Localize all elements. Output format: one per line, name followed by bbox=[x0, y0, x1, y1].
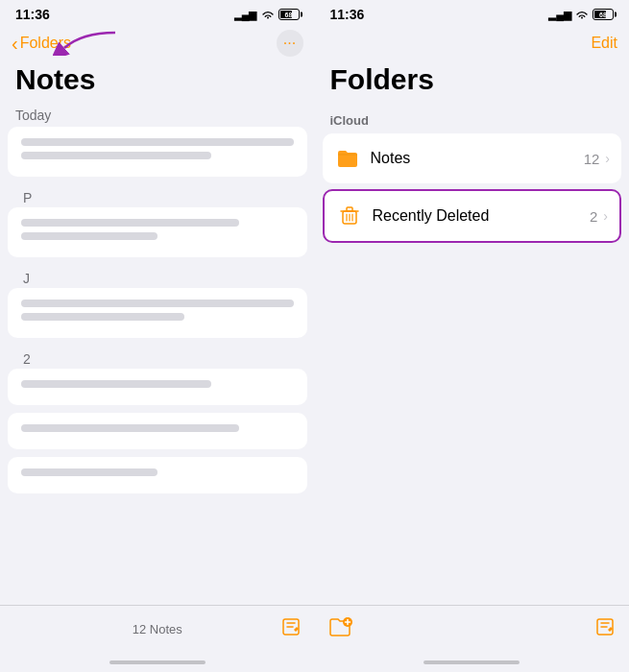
note-item-p[interactable] bbox=[8, 207, 307, 257]
folder-notes-icon bbox=[334, 145, 361, 172]
compose-button-right[interactable] bbox=[594, 616, 616, 642]
status-icons-left: ▂▄▆ 68 bbox=[234, 9, 300, 21]
compose-button-left[interactable] bbox=[280, 616, 302, 642]
folder-item-recently-deleted[interactable]: Recently Deleted 2 › bbox=[323, 189, 622, 243]
page-title-right: Folders bbox=[315, 61, 630, 100]
status-bar-left: 11:36 ▂▄▆ 68 bbox=[0, 0, 315, 27]
folder-notes-chevron: › bbox=[605, 151, 610, 166]
nav-bar-left: ‹ Folders ··· bbox=[0, 27, 315, 61]
section-today: Today bbox=[0, 100, 315, 127]
section-p: P bbox=[8, 184, 307, 207]
folder-recently-deleted-icon bbox=[336, 203, 363, 229]
folder-recently-deleted-chevron: › bbox=[603, 208, 608, 224]
wifi-icon bbox=[261, 10, 275, 20]
edit-button[interactable]: Edit bbox=[591, 35, 617, 52]
folder-list: Notes 12 › Recently Deleted 2 › bbox=[315, 133, 630, 249]
bottom-bar-right bbox=[315, 605, 630, 653]
ellipsis-icon: ··· bbox=[283, 35, 296, 52]
folder-notes-count: 12 bbox=[584, 151, 600, 167]
nav-bar-right: Edit bbox=[315, 27, 630, 61]
note-item-2c[interactable] bbox=[8, 457, 307, 493]
page-title-left: Notes bbox=[0, 61, 315, 100]
folder-notes-name: Notes bbox=[371, 150, 584, 167]
status-bar-right: 11:36 ▂▄▆ 68 bbox=[315, 0, 630, 27]
note-item-2b[interactable] bbox=[8, 413, 307, 449]
time-left: 11:36 bbox=[15, 7, 50, 22]
note-item-2a[interactable] bbox=[8, 369, 307, 405]
note-list: P J 2 bbox=[0, 127, 315, 605]
compose-icon-right bbox=[594, 616, 616, 637]
back-arrow-icon: ‹ bbox=[12, 34, 18, 53]
compose-icon-left bbox=[280, 616, 302, 637]
signal-icon: ▂▄▆ bbox=[234, 9, 257, 21]
section-2: 2 bbox=[8, 346, 307, 369]
note-item-today[interactable] bbox=[8, 127, 307, 177]
signal-icon-right: ▂▄▆ bbox=[548, 9, 571, 21]
new-folder-button[interactable] bbox=[328, 616, 353, 642]
notes-count: 12 Notes bbox=[133, 622, 182, 636]
wifi-icon-right bbox=[575, 10, 589, 20]
section-j: J bbox=[8, 265, 307, 288]
folder-recently-deleted-count: 2 bbox=[590, 208, 597, 225]
new-folder-icon bbox=[328, 616, 353, 637]
spacer-right bbox=[315, 249, 630, 605]
time-right: 11:36 bbox=[330, 7, 365, 22]
folder-item-notes[interactable]: Notes 12 › bbox=[323, 133, 622, 183]
home-indicator-left bbox=[0, 653, 315, 672]
note-item-j[interactable] bbox=[8, 288, 307, 338]
left-screen: 11:36 ▂▄▆ 68 ‹ Folders bbox=[0, 0, 315, 672]
more-button[interactable]: ··· bbox=[277, 30, 303, 57]
battery-icon-right: 68 bbox=[593, 9, 614, 20]
icloud-section-label: iCloud bbox=[315, 100, 630, 133]
battery-icon: 68 bbox=[278, 9, 300, 20]
folder-recently-deleted-name: Recently Deleted bbox=[373, 207, 590, 225]
home-indicator-right bbox=[315, 653, 630, 672]
status-icons-right: ▂▄▆ 68 bbox=[548, 9, 614, 21]
right-screen: 11:36 ▂▄▆ 68 Edit Folders iCloud bbox=[315, 0, 630, 672]
bottom-bar-left: 12 Notes bbox=[0, 605, 315, 653]
purple-arrow-annotation bbox=[53, 29, 120, 56]
